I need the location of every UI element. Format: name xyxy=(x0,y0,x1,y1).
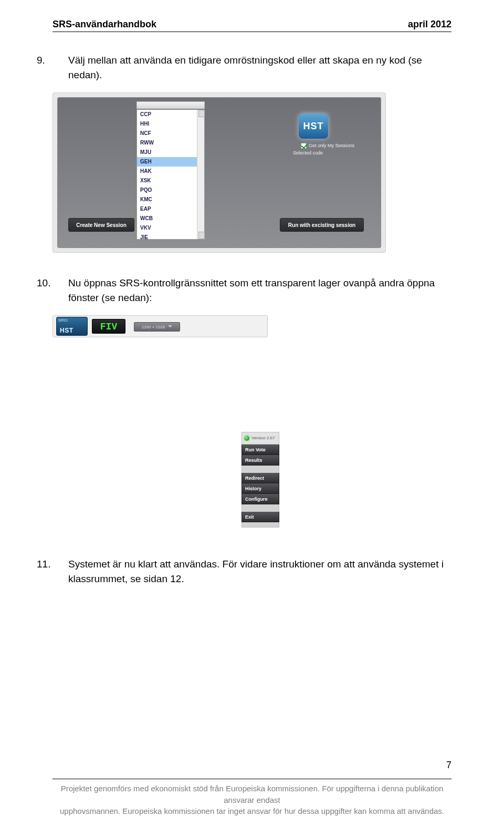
hst-badge-icon: HST xyxy=(299,113,328,139)
hst-tab[interactable]: SRS1 HST xyxy=(56,317,88,336)
configure-button[interactable]: Configure xyxy=(242,494,279,504)
list-item[interactable]: PQO xyxy=(137,185,204,195)
panel-divider xyxy=(242,466,279,473)
resolution-dropdown[interactable]: 1280 × 1028 xyxy=(134,322,180,332)
page-number: 7 xyxy=(446,760,452,771)
list-item[interactable]: EAP xyxy=(137,204,204,214)
step-number: 10. xyxy=(52,276,68,291)
screenshot-control-panel: Version 2.67 Run Vote Results Redirect H… xyxy=(242,432,279,528)
footer-text: Projektet genomförs med ekonomiskt stöd … xyxy=(52,783,452,817)
step-9: 9.Välj mellan att använda en tidigare om… xyxy=(68,53,452,82)
list-item[interactable]: JIE xyxy=(137,233,204,242)
results-button[interactable]: Results xyxy=(242,455,279,466)
my-sessions-checkbox-row[interactable]: Get only My Sessions xyxy=(301,143,354,149)
panel-divider xyxy=(242,504,279,512)
selected-code-label: Selected code xyxy=(293,150,323,156)
step-number: 9. xyxy=(52,53,68,68)
tab-small-label: SRS1 xyxy=(58,318,68,322)
list-item[interactable]: WCB xyxy=(137,214,204,223)
history-button[interactable]: History xyxy=(242,483,279,494)
code-list-header xyxy=(136,101,205,109)
run-existing-session-button[interactable]: Run with excisting session xyxy=(280,218,364,232)
footer-rule xyxy=(52,779,452,779)
run-vote-button[interactable]: Run Vote xyxy=(242,445,279,455)
list-item[interactable]: RWW xyxy=(137,138,204,148)
list-item[interactable]: KMC xyxy=(137,195,204,204)
footer-line-1: Projektet genomförs med ekonomiskt stöd … xyxy=(61,784,444,804)
header-right: april 2012 xyxy=(408,19,452,30)
exit-button[interactable]: Exit xyxy=(242,512,279,522)
step-10: 10.Nu öppnas SRS-kontrollgränssnittet so… xyxy=(68,276,452,305)
footer-line-2: upphovsmannen. Europeiska kommissionen t… xyxy=(60,807,444,815)
step-text: Nu öppnas SRS-kontrollgränssnittet som e… xyxy=(68,277,435,303)
scrollbar[interactable] xyxy=(197,110,204,239)
list-item[interactable]: HAK xyxy=(137,167,204,176)
header-left: SRS-användarhandbok xyxy=(52,19,156,30)
panel-footer xyxy=(242,522,279,528)
chevron-down-icon xyxy=(168,325,172,329)
header-rule xyxy=(52,32,452,32)
tab-main-label: HST xyxy=(60,327,74,334)
list-item[interactable]: MJU xyxy=(137,148,204,157)
checkbox-label: Get only My Sessions xyxy=(309,143,354,148)
code-listbox[interactable]: CCP HHI NCF RWW MJU GEH HAK XSK PQO KMC … xyxy=(136,109,205,240)
list-item[interactable]: CCP xyxy=(137,110,204,119)
session-code-display: FIV xyxy=(92,319,125,334)
list-item[interactable]: NCF xyxy=(137,129,204,138)
document-page: SRS-användarhandbok april 2012 9.Välj me… xyxy=(0,0,504,837)
list-item[interactable]: VKV xyxy=(137,223,204,233)
list-item[interactable]: HHI xyxy=(137,119,204,129)
step-number: 11. xyxy=(52,557,68,572)
step-text: Välj mellan att använda en tidigare omrö… xyxy=(68,55,422,80)
list-item[interactable]: XSK xyxy=(137,176,204,185)
screenshot-session-dialog: CCP HHI NCF RWW MJU GEH HAK XSK PQO KMC … xyxy=(52,92,386,253)
create-new-session-button[interactable]: Create New Session xyxy=(68,218,134,232)
redirect-button[interactable]: Redirect xyxy=(242,473,279,483)
version-label: Version 2.67 xyxy=(242,432,279,445)
dialog-body: CCP HHI NCF RWW MJU GEH HAK XSK PQO KMC … xyxy=(57,97,381,248)
screenshot-overlay-bar: SRS1 HST FIV 1280 × 1028 xyxy=(52,315,268,337)
step-11: 11.Systemet är nu klart att användas. Fö… xyxy=(68,557,452,586)
resolution-value: 1280 × 1028 xyxy=(142,325,165,329)
checkbox-icon[interactable] xyxy=(301,143,307,149)
list-item-selected[interactable]: GEH xyxy=(137,157,204,167)
running-header: SRS-användarhandbok april 2012 xyxy=(52,19,452,30)
step-text: Systemet är nu klart att användas. För v… xyxy=(68,559,444,584)
